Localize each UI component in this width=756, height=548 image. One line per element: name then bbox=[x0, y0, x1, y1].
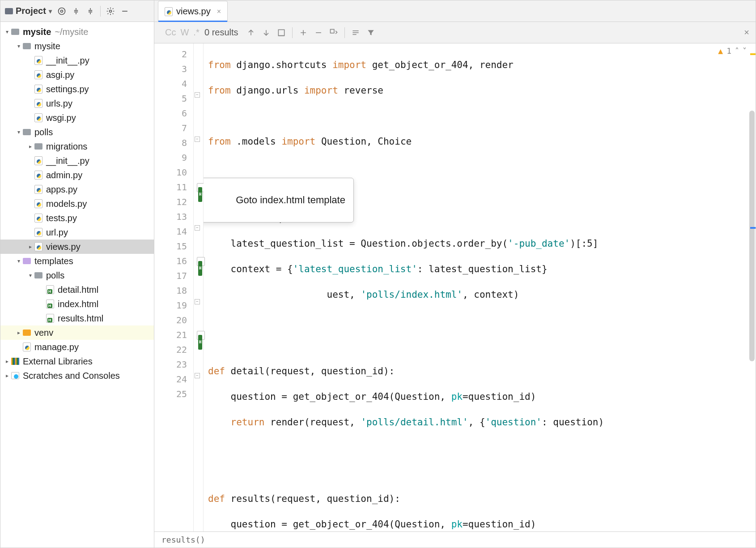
warning-icon: ▲ bbox=[718, 46, 723, 56]
project-tool-toolbar: Project ▾ bbox=[0, 0, 154, 21]
fold-icon[interactable]: − bbox=[195, 225, 200, 231]
find-toolbar: Cc W .* 0 results × bbox=[154, 22, 756, 43]
python-file-icon bbox=[34, 243, 42, 251]
chevron-down-icon[interactable]: ˅ bbox=[743, 46, 747, 56]
scratches-icon bbox=[11, 372, 19, 379]
tree-file[interactable]: ▸__init__.py bbox=[0, 154, 154, 168]
tree-file[interactable]: ▸admin.py bbox=[0, 168, 154, 182]
tree-file[interactable]: ▸detail.html bbox=[0, 283, 154, 297]
locate-icon[interactable] bbox=[57, 7, 66, 16]
python-file-icon bbox=[34, 71, 42, 79]
match-case-icon[interactable]: Cc bbox=[165, 27, 176, 38]
tree-file[interactable]: ▸asgi.py bbox=[0, 68, 154, 82]
select-all-occurrences-icon[interactable] bbox=[329, 28, 338, 37]
tree-root[interactable]: ▾mysite~/mysite bbox=[0, 25, 154, 39]
tab-label: views.py bbox=[176, 6, 211, 17]
tree-file[interactable]: ▸results.html bbox=[0, 311, 154, 325]
project-dropdown[interactable]: Project ▾ bbox=[5, 6, 52, 16]
folder-icon bbox=[23, 43, 31, 49]
close-icon[interactable]: × bbox=[744, 27, 749, 38]
tree-folder[interactable]: ▾polls bbox=[0, 125, 154, 139]
breadcrumb-bar[interactable]: results() bbox=[154, 531, 756, 548]
python-file-icon bbox=[23, 343, 31, 351]
tree-file[interactable]: ▸urls.py bbox=[0, 96, 154, 111]
find-input[interactable]: Cc W .* bbox=[161, 27, 196, 38]
tree-scratches[interactable]: ▸Scratches and Consoles bbox=[0, 368, 154, 383]
python-file-icon bbox=[165, 8, 173, 16]
collapse-all-icon[interactable] bbox=[86, 7, 95, 16]
python-file-icon bbox=[34, 114, 42, 122]
line-number-gutter[interactable]: 2 3 4 5 6 7 8 9 10 11 12 13 14 15 16 17 bbox=[154, 43, 194, 531]
svg-rect-6 bbox=[278, 30, 284, 35]
html-file-icon bbox=[46, 314, 54, 322]
tree-file[interactable]: ▸index.html bbox=[0, 297, 154, 311]
tab-views-py[interactable]: views.py × bbox=[158, 1, 228, 21]
tree-external-libs[interactable]: ▸External Libraries bbox=[0, 354, 154, 368]
filter-icon[interactable] bbox=[366, 28, 375, 37]
close-icon[interactable]: × bbox=[217, 8, 221, 16]
settings-list-icon[interactable] bbox=[351, 28, 360, 37]
tree-file[interactable]: ▸settings.py bbox=[0, 82, 154, 96]
arrow-up-icon[interactable] bbox=[246, 28, 255, 37]
tree-file[interactable]: ▸manage.py bbox=[0, 340, 154, 354]
project-label: Project bbox=[16, 6, 46, 16]
tree-file-views[interactable]: ▸views.py bbox=[0, 240, 154, 254]
svg-rect-8 bbox=[330, 29, 334, 33]
fold-icon[interactable]: − bbox=[195, 92, 200, 98]
library-icon bbox=[11, 358, 19, 365]
python-file-icon bbox=[34, 214, 42, 222]
minimize-icon[interactable] bbox=[120, 7, 129, 16]
tooltip-text: Goto index.html template bbox=[236, 194, 345, 206]
python-file-icon bbox=[34, 171, 42, 179]
inspections-widget[interactable]: ▲ 1 ˄ ˅ bbox=[718, 46, 747, 56]
python-file-icon bbox=[34, 99, 42, 107]
templates-folder-icon bbox=[23, 258, 31, 264]
tree-folder[interactable]: ▾templates bbox=[0, 254, 154, 268]
scrollbar-mark-warning[interactable] bbox=[750, 53, 756, 55]
tree-folder[interactable]: ▾polls bbox=[0, 268, 154, 283]
project-tree[interactable]: ▾mysite~/mysite ▾mysite ▸__init__.py ▸as… bbox=[0, 22, 154, 548]
python-file-icon bbox=[34, 228, 42, 236]
tree-file[interactable]: ▸apps.py bbox=[0, 182, 154, 197]
python-file-icon bbox=[34, 200, 42, 208]
arrow-down-icon[interactable] bbox=[262, 28, 271, 37]
find-results-count: 0 results bbox=[204, 27, 238, 38]
tree-file[interactable]: ▸models.py bbox=[0, 197, 154, 211]
fold-icon[interactable]: − bbox=[195, 373, 200, 378]
venv-folder-icon bbox=[23, 330, 31, 336]
tree-folder[interactable]: ▸migrations bbox=[0, 139, 154, 154]
tree-file[interactable]: ▸url.py bbox=[0, 225, 154, 240]
separator bbox=[292, 27, 293, 38]
tree-file[interactable]: ▸wsgi.py bbox=[0, 111, 154, 125]
folder-icon bbox=[34, 272, 42, 278]
breadcrumb-item[interactable]: results() bbox=[161, 535, 205, 544]
add-selection-icon[interactable] bbox=[299, 28, 308, 37]
python-file-icon bbox=[34, 185, 42, 193]
chevron-up-icon[interactable]: ˄ bbox=[735, 46, 739, 56]
remove-selection-icon[interactable] bbox=[314, 28, 323, 37]
chevron-down-icon: ▾ bbox=[49, 8, 52, 15]
html-file-icon bbox=[46, 286, 54, 294]
tree-folder-venv[interactable]: ▸venv bbox=[0, 325, 154, 340]
tree-folder[interactable]: ▾mysite bbox=[0, 39, 154, 53]
scrollbar-thumb[interactable] bbox=[749, 111, 755, 361]
word-icon[interactable]: W bbox=[180, 27, 189, 38]
code-editor[interactable]: from django.shortcuts import get_object_… bbox=[204, 43, 756, 531]
fold-gutter[interactable]: − − − − − bbox=[194, 43, 204, 531]
editor-area: Cc W .* 0 results × bbox=[154, 22, 756, 548]
main-area: ▾mysite~/mysite ▾mysite ▸__init__.py ▸as… bbox=[0, 22, 756, 548]
gutter-tooltip: Goto index.html template bbox=[204, 178, 354, 223]
tree-file[interactable]: ▸tests.py bbox=[0, 211, 154, 225]
select-all-icon[interactable] bbox=[277, 28, 286, 37]
fold-icon[interactable]: − bbox=[195, 137, 200, 142]
editor-body: 2 3 4 5 6 7 8 9 10 11 12 13 14 15 16 17 bbox=[154, 43, 756, 531]
expand-all-icon[interactable] bbox=[72, 7, 81, 16]
tree-file[interactable]: ▸__init__.py bbox=[0, 53, 154, 68]
regex-icon[interactable]: .* bbox=[193, 27, 199, 38]
html-file-icon bbox=[46, 300, 54, 308]
python-file-icon bbox=[34, 85, 42, 93]
svg-point-2 bbox=[109, 10, 111, 12]
gear-icon[interactable] bbox=[106, 7, 115, 16]
scrollbar-mark-caret[interactable] bbox=[750, 227, 756, 229]
fold-icon[interactable]: − bbox=[195, 299, 200, 304]
